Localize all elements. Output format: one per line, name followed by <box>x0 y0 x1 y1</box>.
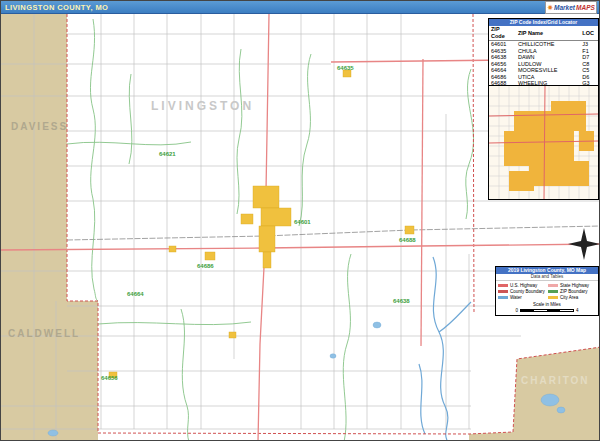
city-inset-map <box>489 86 598 199</box>
legend-subtitle: Data and Tables <box>496 274 598 281</box>
zip-index-panel: ZIP Code Index/Grid Locator ZIP Code ZIP… <box>488 18 599 88</box>
zip-label-64621: 64621 <box>159 151 176 157</box>
zip-label-64601: 64601 <box>294 219 311 225</box>
legend-items: U.S. Highway State Highway County Bounda… <box>496 281 598 302</box>
legend-panel: 2019 Livingston County, MO Map Data and … <box>495 266 599 316</box>
pond <box>557 407 565 413</box>
pond <box>48 430 58 436</box>
legend-label: ZIP Boundary <box>560 289 587 294</box>
legend-label: Water <box>510 295 522 300</box>
city-inset-panel <box>488 85 599 200</box>
city-chillicothe <box>263 252 271 268</box>
cell-name: CHILLICOTHE <box>516 41 580 48</box>
daviess-caldwell-fill <box>1 14 98 441</box>
zip-label-64686: 64686 <box>197 263 214 269</box>
scale-tick: 4 <box>576 308 579 313</box>
legend-swatch <box>548 296 558 299</box>
logo-brand-right: MAPS <box>576 4 595 11</box>
publisher-logo: ✷ Market MAPS <box>545 1 597 14</box>
legend-swatch <box>498 284 508 287</box>
zip-label-64656: 64656 <box>101 375 118 381</box>
county-label-caldwell: CALDWELL <box>8 328 80 339</box>
zip-index-title: ZIP Code Index/Grid Locator <box>489 19 598 26</box>
zip-label-64664: 64664 <box>127 291 144 297</box>
column-header-name: ZIP Name <box>516 26 580 41</box>
legend-item: County Boundary <box>498 289 546 294</box>
legend-item: Water <box>498 295 546 300</box>
chariton-fill <box>469 347 600 441</box>
legend-item: City Area <box>548 295 596 300</box>
title-bar: LIVINGSTON COUNTY, MO <box>1 1 600 14</box>
water-features <box>48 257 565 441</box>
city-mooresville <box>169 246 176 252</box>
city-chillicothe <box>253 186 279 208</box>
cell-zip: 64601 <box>489 41 516 48</box>
compass-rose-icon <box>568 228 600 260</box>
scale-bar-row: 0 4 <box>496 307 598 315</box>
legend-swatch <box>498 296 508 299</box>
legend-item: ZIP Boundary <box>548 289 596 294</box>
legend-swatch <box>548 290 558 293</box>
legend-label: City Area <box>560 295 578 300</box>
zip-label-64635: 64635 <box>337 65 354 71</box>
legend-label: County Boundary <box>510 289 545 294</box>
legend-item: U.S. Highway <box>498 283 546 288</box>
zip-label-64688: 64688 <box>399 237 416 243</box>
county-label-livingston: LIVINGSTON <box>151 99 254 113</box>
table-header-row: ZIP Code ZIP Name LOC <box>489 26 598 41</box>
us-36-highway <box>1 244 600 250</box>
railroad <box>67 226 600 240</box>
legend-label: State Highway <box>560 283 589 288</box>
city-chillicothe <box>261 208 291 226</box>
logo-star-icon: ✷ <box>547 4 553 12</box>
city-chillicothe <box>241 214 253 224</box>
map-area: LIVINGSTON DAVIESS CALDWELL CHARITON 646… <box>1 14 600 441</box>
legend-swatch <box>498 290 508 293</box>
pond <box>373 322 381 328</box>
zip-label-64638: 64638 <box>393 298 410 304</box>
legend-swatch <box>548 284 558 287</box>
zip-index-table: ZIP Code ZIP Name LOC 64601CHILLICOTHEJ3… <box>489 26 598 87</box>
cell-loc: J3 <box>580 41 598 48</box>
table-row: 64664MOORESVILLEC5 <box>489 67 598 74</box>
city-areas <box>109 70 414 378</box>
city-utica <box>205 252 215 260</box>
scale-bar <box>520 309 574 312</box>
county-label-chariton: CHARITON <box>521 375 590 386</box>
page-title: LIVINGSTON COUNTY, MO <box>5 3 108 12</box>
city-wheeling <box>405 226 414 234</box>
table-row: 64601CHILLICOTHEJ3 <box>489 41 598 48</box>
city-chula <box>343 70 351 77</box>
column-header-loc: LOC <box>580 26 598 41</box>
city-chillicothe <box>259 226 275 252</box>
legend-label: U.S. Highway <box>510 283 537 288</box>
legend-item: State Highway <box>548 283 596 288</box>
map-document: LIVINGSTON COUNTY, MO ✷ Market MAPS <box>0 0 600 441</box>
pond <box>330 354 336 358</box>
scale-tick: 0 <box>515 308 518 313</box>
county-label-daviess: DAVIESS <box>11 121 68 132</box>
lake <box>541 394 559 406</box>
city-dawn <box>229 332 236 338</box>
column-header-zip: ZIP Code <box>489 26 516 41</box>
logo-brand-left: Market <box>554 4 575 11</box>
legend-title: 2019 Livingston County, MO Map <box>496 267 598 274</box>
